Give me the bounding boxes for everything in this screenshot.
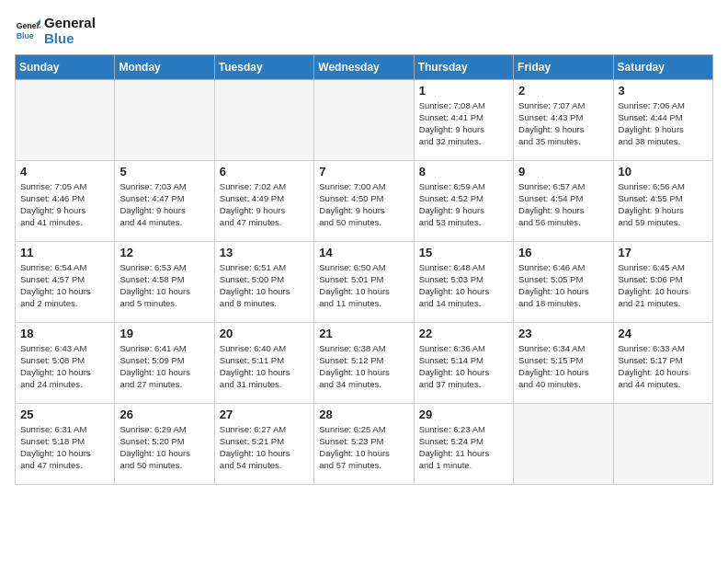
day-info: Sunrise: 6:59 AM Sunset: 4:52 PM Dayligh… — [419, 180, 508, 229]
day-cell: 6Sunrise: 7:02 AM Sunset: 4:49 PM Daylig… — [214, 160, 313, 241]
day-number: 29 — [419, 408, 508, 421]
day-info: Sunrise: 6:56 AM Sunset: 4:55 PM Dayligh… — [619, 180, 708, 229]
logo-icon: General Blue — [15, 17, 40, 43]
day-cell: 1Sunrise: 7:08 AM Sunset: 4:41 PM Daylig… — [414, 79, 513, 160]
day-number: 12 — [119, 246, 209, 259]
day-info: Sunrise: 6:33 AM Sunset: 5:17 PM Dayligh… — [619, 342, 708, 391]
day-info: Sunrise: 6:29 AM Sunset: 5:20 PM Dayligh… — [119, 423, 209, 472]
day-cell: 28Sunrise: 6:25 AM Sunset: 5:23 PM Dayli… — [314, 403, 414, 484]
day-cell: 19Sunrise: 6:41 AM Sunset: 5:09 PM Dayli… — [115, 322, 214, 403]
day-info: Sunrise: 6:51 AM Sunset: 5:00 PM Dayligh… — [220, 261, 309, 310]
day-cell — [514, 403, 613, 484]
day-cell: 26Sunrise: 6:29 AM Sunset: 5:20 PM Dayli… — [115, 403, 214, 484]
day-cell: 2Sunrise: 7:07 AM Sunset: 4:43 PM Daylig… — [514, 79, 613, 160]
day-number: 27 — [220, 408, 309, 421]
weekday-header-row: SundayMondayTuesdayWednesdayThursdayFrid… — [16, 54, 713, 79]
day-cell — [314, 79, 414, 160]
day-cell — [613, 403, 712, 484]
day-number: 4 — [20, 165, 109, 178]
day-info: Sunrise: 6:45 AM Sunset: 5:06 PM Dayligh… — [619, 261, 708, 310]
day-number: 6 — [220, 165, 309, 178]
day-cell: 7Sunrise: 7:00 AM Sunset: 4:50 PM Daylig… — [314, 160, 414, 241]
day-info: Sunrise: 6:27 AM Sunset: 5:21 PM Dayligh… — [220, 423, 309, 472]
week-row-3: 11Sunrise: 6:54 AM Sunset: 4:57 PM Dayli… — [16, 241, 713, 322]
weekday-header-sunday: Sunday — [16, 54, 115, 79]
day-number: 13 — [220, 246, 309, 259]
day-cell: 16Sunrise: 6:46 AM Sunset: 5:05 PM Dayli… — [514, 241, 613, 322]
day-info: Sunrise: 7:03 AM Sunset: 4:47 PM Dayligh… — [119, 180, 209, 229]
day-info: Sunrise: 6:31 AM Sunset: 5:18 PM Dayligh… — [20, 423, 109, 472]
day-cell: 4Sunrise: 7:05 AM Sunset: 4:46 PM Daylig… — [16, 160, 115, 241]
day-cell: 25Sunrise: 6:31 AM Sunset: 5:18 PM Dayli… — [16, 403, 115, 484]
day-cell: 3Sunrise: 7:06 AM Sunset: 4:44 PM Daylig… — [613, 79, 712, 160]
day-cell: 10Sunrise: 6:56 AM Sunset: 4:55 PM Dayli… — [613, 160, 712, 241]
day-number: 17 — [619, 246, 708, 259]
day-number: 10 — [619, 165, 708, 178]
day-number: 28 — [319, 408, 408, 421]
day-info: Sunrise: 6:46 AM Sunset: 5:05 PM Dayligh… — [518, 261, 608, 310]
weekday-header-saturday: Saturday — [613, 54, 712, 79]
day-number: 9 — [518, 165, 608, 178]
logo-text: General Blue — [44, 15, 96, 47]
day-number: 25 — [20, 408, 109, 421]
page-header: General Blue General Blue — [15, 15, 713, 47]
day-number: 26 — [119, 408, 209, 421]
weekday-header-thursday: Thursday — [414, 54, 513, 79]
day-cell — [214, 79, 313, 160]
day-info: Sunrise: 6:38 AM Sunset: 5:12 PM Dayligh… — [319, 342, 408, 391]
weekday-header-tuesday: Tuesday — [214, 54, 313, 79]
day-info: Sunrise: 7:00 AM Sunset: 4:50 PM Dayligh… — [319, 180, 408, 229]
day-cell: 5Sunrise: 7:03 AM Sunset: 4:47 PM Daylig… — [115, 160, 214, 241]
day-number: 15 — [419, 246, 508, 259]
day-info: Sunrise: 7:02 AM Sunset: 4:49 PM Dayligh… — [220, 180, 309, 229]
day-info: Sunrise: 7:05 AM Sunset: 4:46 PM Dayligh… — [20, 180, 109, 229]
day-number: 3 — [619, 84, 708, 98]
svg-text:Blue: Blue — [17, 31, 34, 40]
day-cell: 13Sunrise: 6:51 AM Sunset: 5:00 PM Dayli… — [214, 241, 313, 322]
day-info: Sunrise: 6:40 AM Sunset: 5:11 PM Dayligh… — [220, 342, 309, 391]
day-info: Sunrise: 6:54 AM Sunset: 4:57 PM Dayligh… — [20, 261, 109, 310]
day-number: 24 — [619, 327, 708, 340]
day-number: 14 — [319, 246, 408, 259]
day-info: Sunrise: 6:53 AM Sunset: 4:58 PM Dayligh… — [119, 261, 209, 310]
weekday-header-friday: Friday — [514, 54, 613, 79]
day-cell: 27Sunrise: 6:27 AM Sunset: 5:21 PM Dayli… — [214, 403, 313, 484]
day-cell: 8Sunrise: 6:59 AM Sunset: 4:52 PM Daylig… — [414, 160, 513, 241]
day-cell — [115, 79, 214, 160]
logo: General Blue General Blue — [15, 15, 96, 47]
week-row-2: 4Sunrise: 7:05 AM Sunset: 4:46 PM Daylig… — [16, 160, 713, 241]
weekday-header-monday: Monday — [115, 54, 214, 79]
day-info: Sunrise: 6:43 AM Sunset: 5:08 PM Dayligh… — [20, 342, 109, 391]
day-cell: 22Sunrise: 6:36 AM Sunset: 5:14 PM Dayli… — [414, 322, 513, 403]
day-number: 16 — [518, 246, 608, 259]
week-row-4: 18Sunrise: 6:43 AM Sunset: 5:08 PM Dayli… — [16, 322, 713, 403]
day-info: Sunrise: 7:07 AM Sunset: 4:43 PM Dayligh… — [518, 99, 608, 148]
day-info: Sunrise: 6:34 AM Sunset: 5:15 PM Dayligh… — [518, 342, 608, 391]
week-row-1: 1Sunrise: 7:08 AM Sunset: 4:41 PM Daylig… — [16, 79, 713, 160]
day-info: Sunrise: 6:36 AM Sunset: 5:14 PM Dayligh… — [419, 342, 508, 391]
day-cell — [16, 79, 115, 160]
day-cell: 24Sunrise: 6:33 AM Sunset: 5:17 PM Dayli… — [613, 322, 712, 403]
day-cell: 9Sunrise: 6:57 AM Sunset: 4:54 PM Daylig… — [514, 160, 613, 241]
day-info: Sunrise: 6:50 AM Sunset: 5:01 PM Dayligh… — [319, 261, 408, 310]
day-cell: 29Sunrise: 6:23 AM Sunset: 5:24 PM Dayli… — [414, 403, 513, 484]
day-cell: 14Sunrise: 6:50 AM Sunset: 5:01 PM Dayli… — [314, 241, 414, 322]
day-cell: 21Sunrise: 6:38 AM Sunset: 5:12 PM Dayli… — [314, 322, 414, 403]
weekday-header-wednesday: Wednesday — [314, 54, 414, 79]
day-number: 20 — [220, 327, 309, 340]
day-cell: 20Sunrise: 6:40 AM Sunset: 5:11 PM Dayli… — [214, 322, 313, 403]
day-number: 21 — [319, 327, 408, 340]
week-row-5: 25Sunrise: 6:31 AM Sunset: 5:18 PM Dayli… — [16, 403, 713, 484]
day-cell: 23Sunrise: 6:34 AM Sunset: 5:15 PM Dayli… — [514, 322, 613, 403]
day-number: 2 — [518, 84, 608, 98]
day-number: 1 — [419, 84, 508, 98]
day-number: 18 — [20, 327, 109, 340]
day-number: 22 — [419, 327, 508, 340]
day-info: Sunrise: 6:48 AM Sunset: 5:03 PM Dayligh… — [419, 261, 508, 310]
day-cell: 18Sunrise: 6:43 AM Sunset: 5:08 PM Dayli… — [16, 322, 115, 403]
day-number: 5 — [119, 165, 209, 178]
day-info: Sunrise: 6:41 AM Sunset: 5:09 PM Dayligh… — [119, 342, 209, 391]
day-number: 19 — [119, 327, 209, 340]
day-number: 23 — [518, 327, 608, 340]
calendar-table: SundayMondayTuesdayWednesdayThursdayFrid… — [15, 54, 713, 485]
